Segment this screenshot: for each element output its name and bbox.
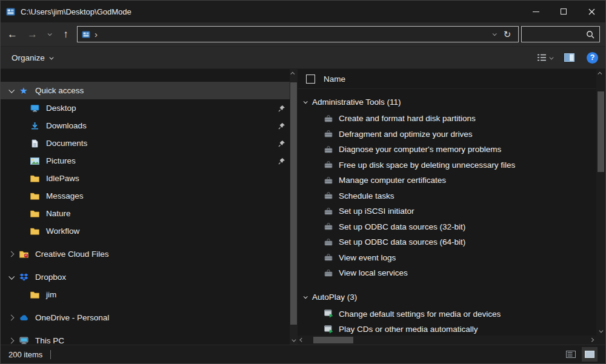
address-bar[interactable]: › ↻ bbox=[77, 26, 519, 42]
item-label: Set up ODBC data sources (64-bit) bbox=[339, 237, 465, 247]
chevron-up-icon bbox=[291, 73, 295, 76]
scrollbar-thumb[interactable] bbox=[313, 337, 353, 343]
titlebar[interactable]: C:\Users\jim\Desktop\GodMode bbox=[1, 1, 605, 22]
forward-icon: → bbox=[27, 28, 38, 41]
list-item[interactable]: Change default settings for media or dev… bbox=[298, 306, 596, 322]
sidebar-item-idlepaws[interactable]: IdlePaws bbox=[1, 170, 298, 187]
sidebar-item-messages[interactable]: Messages bbox=[1, 187, 298, 205]
forward-button[interactable]: → bbox=[22, 24, 42, 45]
help-button[interactable]: ? bbox=[587, 52, 598, 64]
sidebar-item-pictures[interactable]: Pictures bbox=[1, 152, 298, 170]
pin-icon bbox=[278, 157, 285, 165]
sidebar-scrollbar[interactable] bbox=[290, 69, 298, 345]
minimize-button[interactable] bbox=[522, 1, 550, 22]
sidebar-item-jim[interactable]: jim bbox=[1, 286, 298, 303]
file-list-horizontal-scrollbar[interactable] bbox=[298, 336, 596, 345]
sidebar-item-workflow[interactable]: Workflow bbox=[1, 222, 298, 240]
list-item[interactable]: Set up ODBC data sources (64-bit) bbox=[298, 234, 596, 250]
item-count: 200 items bbox=[8, 350, 42, 359]
details-view-toggle[interactable] bbox=[563, 347, 579, 362]
scrollbar-thumb[interactable] bbox=[598, 91, 604, 172]
sidebar-item-dropbox[interactable]: Dropbox bbox=[1, 268, 298, 286]
organize-button[interactable]: Organize bbox=[8, 50, 56, 65]
list-item[interactable]: Manage computer certificates bbox=[298, 173, 596, 188]
admin-tool-icon bbox=[324, 223, 333, 230]
item-label: Schedule tasks bbox=[339, 191, 395, 200]
list-item[interactable]: Set up iSCSI initiator bbox=[298, 204, 596, 219]
up-button[interactable]: ↑ bbox=[56, 24, 76, 45]
admin-tool-icon bbox=[324, 130, 333, 137]
expand-toggle[interactable] bbox=[6, 339, 16, 343]
list-item[interactable]: Free up disk space by deleting unnecessa… bbox=[298, 157, 596, 173]
sidebar-item-label: Documents bbox=[46, 139, 87, 148]
list-item[interactable]: View event logs bbox=[298, 250, 596, 266]
list-item[interactable]: Set up ODBC data sources (32-bit) bbox=[298, 219, 596, 235]
scroll-down-button[interactable] bbox=[596, 326, 605, 336]
sidebar-item-creative-cloud-files[interactable]: Creative Cloud Files bbox=[1, 245, 298, 263]
expand-toggle[interactable] bbox=[6, 88, 16, 93]
file-list-pane: Name Administrative Tools (11) Create an… bbox=[298, 69, 605, 345]
sidebar-item-label: Creative Cloud Files bbox=[35, 250, 109, 259]
scroll-left-button[interactable] bbox=[298, 336, 307, 345]
expand-toggle[interactable] bbox=[6, 316, 16, 320]
scroll-up-button[interactable] bbox=[290, 69, 298, 78]
pin-icon bbox=[278, 122, 285, 130]
list-item[interactable]: Play CDs or other media automatically bbox=[298, 322, 596, 336]
change-view-button[interactable] bbox=[537, 53, 553, 62]
list-item[interactable]: Schedule tasks bbox=[298, 188, 596, 204]
downloads-icon bbox=[29, 122, 40, 130]
back-button[interactable]: ← bbox=[2, 24, 22, 45]
sidebar-item-label: This PC bbox=[35, 336, 64, 345]
list-item[interactable]: Defragment and optimize your drives bbox=[298, 127, 596, 142]
admin-tool-icon bbox=[324, 177, 333, 184]
sidebar-item-desktop[interactable]: Desktop bbox=[1, 99, 298, 117]
sidebar-item-this-pc[interactable]: This PC bbox=[1, 332, 298, 345]
scroll-right-button[interactable] bbox=[587, 336, 596, 345]
item-label: Set up ODBC data sources (32-bit) bbox=[339, 222, 465, 231]
preview-pane-button[interactable] bbox=[564, 53, 574, 62]
app-icon[interactable] bbox=[6, 8, 15, 16]
chevron-down-icon bbox=[292, 338, 296, 342]
folder-icon bbox=[29, 192, 40, 200]
expand-toggle[interactable] bbox=[6, 275, 16, 279]
preview-pane-icon bbox=[564, 53, 574, 62]
scroll-up-button[interactable] bbox=[596, 69, 605, 78]
chevron-right-icon bbox=[8, 338, 14, 344]
refresh-button[interactable]: ↻ bbox=[501, 27, 514, 42]
large-icons-view-toggle[interactable] bbox=[582, 347, 598, 362]
address-dropdown-button[interactable] bbox=[487, 27, 501, 42]
chevron-down-icon[interactable] bbox=[304, 294, 308, 299]
chevron-down-icon[interactable] bbox=[304, 99, 308, 104]
sidebar-item-downloads[interactable]: Downloads bbox=[1, 117, 298, 134]
scroll-down-button[interactable] bbox=[290, 336, 298, 345]
chevron-down-icon bbox=[50, 55, 53, 59]
sidebar-item-onedrive[interactable]: OneDrive - Personal bbox=[1, 309, 298, 326]
window-title: C:\Users\jim\Desktop\GodMode bbox=[21, 7, 132, 16]
recent-locations-dropdown[interactable] bbox=[42, 24, 56, 45]
group-header-autoplay[interactable]: AutoPlay (3) bbox=[298, 288, 596, 306]
sidebar-item-nature[interactable]: Nature bbox=[1, 205, 298, 222]
sidebar-item-label: Workflow bbox=[46, 227, 79, 236]
scrollbar-thumb[interactable] bbox=[290, 82, 297, 325]
up-icon: ↑ bbox=[63, 28, 68, 41]
close-button[interactable] bbox=[578, 1, 605, 22]
admin-tool-icon bbox=[324, 192, 333, 199]
file-list-vertical-scrollbar[interactable] bbox=[596, 69, 605, 336]
list-item[interactable]: View local services bbox=[298, 265, 596, 281]
breadcrumb-separator[interactable]: › bbox=[95, 30, 98, 39]
creative-cloud-icon bbox=[18, 250, 29, 258]
sidebar-item-quick-access[interactable]: ★ Quick access bbox=[1, 82, 298, 99]
sidebar-item-documents[interactable]: Documents bbox=[1, 134, 298, 152]
maximize-button[interactable] bbox=[550, 1, 578, 22]
expand-toggle[interactable] bbox=[6, 252, 16, 256]
list-item[interactable]: Diagnose your computer's memory problems bbox=[298, 142, 596, 157]
column-header-name[interactable]: Name bbox=[324, 74, 345, 84]
status-bar: 200 items bbox=[1, 345, 605, 363]
explorer-window: C:\Users\jim\Desktop\GodMode ← → ↑ › ↻ bbox=[0, 0, 606, 364]
chevron-up-icon bbox=[598, 73, 602, 76]
group-header-administrative-tools[interactable]: Administrative Tools (11) bbox=[298, 93, 596, 111]
search-box[interactable] bbox=[521, 26, 600, 42]
chevron-down-icon bbox=[8, 87, 15, 93]
list-item[interactable]: Create and format hard disk partitions bbox=[298, 111, 596, 127]
select-all-checkbox[interactable] bbox=[306, 74, 315, 84]
